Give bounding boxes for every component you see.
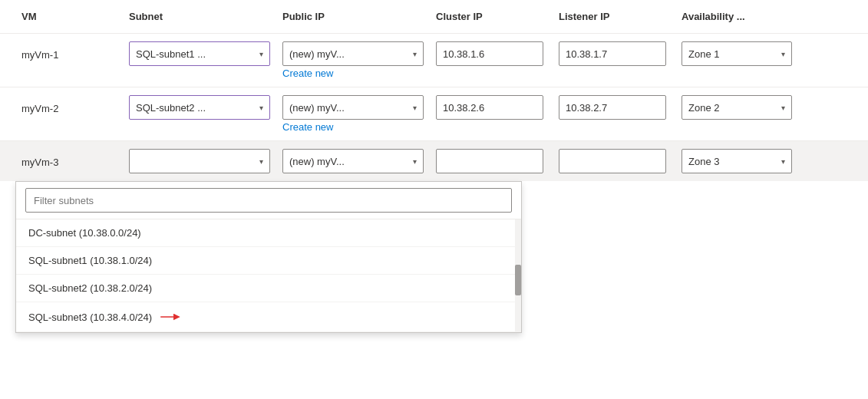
- subnet-cell-2: SQL-subnet2 ... ▾: [123, 87, 276, 127]
- table-row: myVm-1 SQL-subnet1 ... ▾ (new) myV... ▾ …: [0, 34, 868, 87]
- scrollbar-thumb[interactable]: [515, 265, 521, 295]
- filter-container: [16, 182, 521, 219]
- subnet-option-dc[interactable]: DC-subnet (10.38.0.0/24): [16, 219, 521, 247]
- subnet-option-sql1[interactable]: SQL-subnet1 (10.38.1.0/24): [16, 247, 521, 275]
- availability-cell-1: Zone 1 ▾: [675, 34, 798, 74]
- create-new-link-2[interactable]: Create new: [282, 121, 424, 133]
- listener-ip-input-3[interactable]: [559, 149, 666, 173]
- vm-name-cell: myVm-3: [15, 141, 123, 176]
- chevron-down-icon: ▾: [259, 104, 263, 112]
- subnet-dropdown-1-value: SQL-subnet1 ...: [136, 48, 206, 60]
- header-availability: Availability ...: [675, 8, 798, 25]
- table-header: VM Subnet Public IP Cluster IP Listener …: [0, 0, 868, 34]
- vm-name: myVm-2: [21, 95, 117, 114]
- create-new-link-1[interactable]: Create new: [282, 68, 424, 79]
- subnet-dropdown-2[interactable]: SQL-subnet2 ... ▾: [129, 95, 270, 120]
- header-cluster-ip: Cluster IP: [430, 8, 553, 25]
- chevron-down-icon: ▾: [781, 104, 785, 112]
- cluster-ip-cell-3: [430, 141, 553, 181]
- listener-ip-input-1[interactable]: [559, 41, 666, 66]
- chevron-down-icon: ▾: [259, 50, 263, 58]
- vm-name: myVm-1: [21, 41, 117, 61]
- availability-dropdown-3-value: Zone 3: [688, 156, 719, 167]
- public-ip-cell-2: (new) myV... ▾ Create new: [276, 87, 430, 140]
- vm-name-cell: myVm-2: [15, 87, 123, 122]
- listener-ip-cell-2: [553, 87, 675, 127]
- public-ip-dropdown-1[interactable]: (new) myV... ▾: [282, 41, 424, 66]
- vm-name: myVm-3: [21, 149, 117, 168]
- listener-ip-cell-3: [553, 141, 675, 181]
- public-ip-dropdown-2[interactable]: (new) myV... ▾: [282, 95, 424, 120]
- availability-cell-2: Zone 2 ▾: [675, 87, 798, 127]
- subnet-dropdown-1[interactable]: SQL-subnet1 ... ▾: [129, 41, 270, 66]
- chevron-down-icon: ▾: [413, 104, 417, 112]
- availability-dropdown-1-value: Zone 1: [688, 48, 719, 60]
- availability-dropdown-2-value: Zone 2: [688, 102, 719, 114]
- vm-name-cell: myVm-1: [15, 34, 123, 68]
- chevron-down-icon: ▾: [781, 157, 785, 166]
- subnet-cell-3: ▾: [123, 141, 276, 181]
- header-listener-ip: Listener IP: [553, 8, 675, 25]
- public-ip-dropdown-3[interactable]: (new) myV... ▾: [282, 149, 424, 173]
- subnet-options-list: DC-subnet (10.38.0.0/24) SQL-subnet1 (10…: [16, 219, 521, 332]
- public-ip-dropdown-2-value: (new) myV...: [289, 102, 345, 114]
- header-vm: VM: [15, 8, 123, 25]
- subnet-dropdown-3[interactable]: ▾: [129, 149, 270, 173]
- chevron-down-icon: ▾: [781, 50, 785, 58]
- subnet-option-sql3[interactable]: SQL-subnet3 (10.38.4.0/24): [16, 302, 521, 332]
- cluster-ip-input-1[interactable]: [436, 41, 543, 66]
- cluster-ip-cell-2: [430, 87, 553, 127]
- subnet-option-sql2[interactable]: SQL-subnet2 (10.38.2.0/24): [16, 275, 521, 302]
- cluster-ip-input-2[interactable]: [436, 95, 543, 120]
- public-ip-dropdown-3-value: (new) myV...: [289, 156, 345, 167]
- scrollbar-track: [515, 219, 521, 332]
- filter-subnets-input[interactable]: [25, 188, 512, 213]
- public-ip-cell-1: (new) myV... ▾ Create new: [276, 34, 430, 87]
- chevron-down-icon: ▾: [259, 157, 263, 166]
- availability-dropdown-1[interactable]: Zone 1 ▾: [682, 41, 792, 66]
- availability-dropdown-3[interactable]: Zone 3 ▾: [682, 149, 792, 173]
- public-ip-dropdown-1-value: (new) myV...: [289, 48, 345, 60]
- cluster-ip-cell-1: [430, 34, 553, 74]
- table-row-highlighted: myVm-3 ▾ (new) myV... ▾ Zone 3 ▾: [0, 141, 868, 181]
- header-subnet: Subnet: [123, 8, 276, 25]
- subnet-dropdown-panel: DC-subnet (10.38.0.0/24) SQL-subnet1 (10…: [15, 181, 522, 333]
- listener-ip-cell-1: [553, 34, 675, 74]
- arrow-indicator: [160, 310, 183, 324]
- subnet-cell-1: SQL-subnet1 ... ▾: [123, 34, 276, 74]
- availability-cell-3: Zone 3 ▾: [675, 141, 798, 181]
- cluster-ip-input-3[interactable]: [436, 149, 543, 173]
- subnet-dropdown-2-value: SQL-subnet2 ...: [136, 102, 206, 114]
- header-public-ip: Public IP: [276, 8, 430, 25]
- chevron-down-icon: ▾: [413, 157, 417, 166]
- vm-network-table: VM Subnet Public IP Cluster IP Listener …: [0, 0, 868, 399]
- availability-dropdown-2[interactable]: Zone 2 ▾: [682, 95, 792, 120]
- chevron-down-icon: ▾: [413, 50, 417, 58]
- public-ip-cell-3: (new) myV... ▾: [276, 141, 430, 181]
- table-row: myVm-2 SQL-subnet2 ... ▾ (new) myV... ▾ …: [0, 87, 868, 141]
- listener-ip-input-2[interactable]: [559, 95, 666, 120]
